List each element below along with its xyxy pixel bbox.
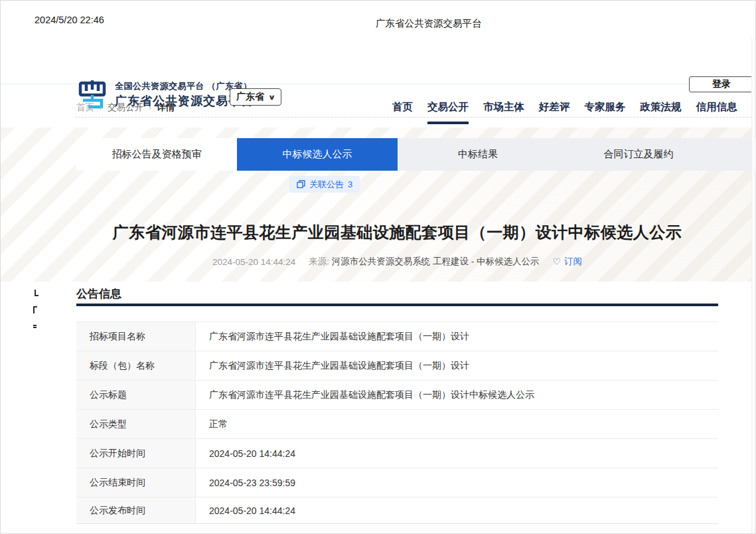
clipped-text-artifact: [33, 306, 37, 313]
row-value: 正常: [196, 410, 718, 438]
breadcrumb: 首页 › 交易公开 › 详情: [76, 102, 175, 114]
table-row: 公示发布时间 2024-05-20 14:44:24: [76, 497, 718, 524]
row-label: 公示发布时间: [76, 497, 196, 523]
login-button[interactable]: 登录: [689, 76, 754, 92]
page: { "print_header": { "datetime": "2024/5/…: [0, 0, 756, 534]
publish-time: 2024-05-20 14:44:24: [212, 257, 295, 267]
row-value: 广东省河源市连平县花生产业园基础设施配套项目（一期）设计: [196, 351, 718, 380]
breadcrumb-separator: ›: [149, 103, 151, 112]
site-header: 全国公共资源交易平台 （广东省） 广东省公共资源交易平台 广东省 ∨ 登录 首页…: [1, 37, 755, 84]
row-value: 2024-05-20 14:44:24: [196, 439, 718, 468]
nav-item-home[interactable]: 首页: [392, 100, 413, 124]
row-value: 广东省河源市连平县花生产业园基础设施配套项目（一期）设计: [196, 322, 718, 351]
section-title-announcement-info: 公告信息: [76, 286, 121, 302]
tab-contract[interactable]: 合同订立及履约: [558, 138, 719, 171]
nav-item-rating[interactable]: 好差评: [539, 100, 570, 124]
section-title-underline: [76, 304, 718, 306]
table-row: 标段（包）名称 广东省河源市连平县花生产业园基础设施配套项目（一期）设计: [76, 351, 718, 381]
clipped-text-artifact: [33, 325, 37, 328]
tab-winning-result[interactable]: 中标结果: [398, 138, 558, 171]
announcement-meta: 2024-05-20 14:44:24 来源: 河源市公共资源交易系统 工程建设…: [76, 256, 718, 268]
nav-item-policy[interactable]: 政策法规: [641, 100, 682, 124]
breadcrumb-home[interactable]: 首页: [76, 102, 94, 114]
breadcrumb-separator: ›: [100, 103, 102, 112]
table-row: 公示开始时间 2024-05-20 14:44:24: [76, 439, 718, 468]
row-label: 标段（包）名称: [76, 351, 196, 380]
dashed-divider: [75, 117, 755, 118]
row-label: 招标项目名称: [76, 322, 196, 351]
row-value: 2024-05-20 14:44:24: [196, 497, 718, 523]
main-nav: 首页 交易公开 市场主体 好差评 专家服务 政策法规 信用信息: [392, 100, 753, 124]
subscribe-button[interactable]: ♡ 订阅: [553, 256, 583, 268]
announcement-title: 广东省河源市连平县花生产业园基础设施配套项目（一期）设计中标候选人公示: [76, 222, 718, 243]
tab-winner-candidate[interactable]: 中标候选人公示: [237, 138, 398, 171]
print-page-title: 广东省公共资源交易平台: [376, 17, 482, 30]
row-value: 2024-05-23 23:59:59: [196, 468, 718, 497]
nav-item-trade-public[interactable]: 交易公开: [427, 100, 469, 124]
source-label: 来源:: [309, 256, 329, 266]
subscribe-label: 订阅: [564, 256, 582, 268]
clipped-text-artifact: [35, 290, 38, 296]
table-row: 公示结束时间 2024-05-23 23:59:59: [76, 468, 718, 497]
tab-tender-announcement[interactable]: 招标公告及资格预审: [76, 138, 237, 171]
table-row: 招标项目名称 广东省河源市连平县花生产业园基础设施配套项目（一期）设计: [76, 322, 718, 351]
table-row: 公示标题 广东省河源市连平县花生产业园基础设施配套项目（一期）设计中标候选人公示: [76, 381, 718, 410]
row-label: 公示类型: [76, 410, 196, 438]
region-selector[interactable]: 广东省 ∨: [230, 88, 281, 106]
stage-tabs: 招标公告及资格预审 中标候选人公示 中标结果 合同订立及履约: [76, 138, 756, 171]
source-value: 河源市公共资源交易系统 工程建设 - 中标候选人公示: [332, 256, 540, 266]
region-selector-label: 广东省: [236, 91, 264, 103]
print-datetime: 2024/5/20 22:46: [35, 15, 104, 25]
row-value: 广东省河源市连平县花生产业园基础设施配套项目（一期）设计中标候选人公示: [196, 381, 718, 409]
chevron-down-icon: ∨: [268, 93, 276, 102]
heart-icon: ♡: [553, 256, 562, 267]
nav-item-expert[interactable]: 专家服务: [585, 100, 626, 124]
row-label: 公示开始时间: [76, 439, 196, 468]
row-label: 公示结束时间: [76, 468, 196, 497]
source: 来源: 河源市公共资源交易系统 工程建设 - 中标候选人公示: [309, 256, 539, 268]
announcement-info-table: 招标项目名称 广东省河源市连平县花生产业园基础设施配套项目（一期）设计 标段（包…: [76, 321, 718, 524]
row-label: 公示标题: [76, 381, 196, 409]
related-announcements-link[interactable]: 关联公告 3: [289, 176, 360, 193]
table-row: 公示类型 正常: [76, 410, 718, 439]
page-right-gutter: [751, 37, 755, 533]
related-docs-icon: [297, 180, 305, 189]
related-announcements-count: 3: [348, 179, 352, 189]
breadcrumb-trade-public[interactable]: 交易公开: [108, 102, 143, 114]
nav-item-credit[interactable]: 信用信息: [696, 100, 737, 124]
related-announcements-label: 关联公告: [309, 179, 344, 191]
breadcrumb-detail: 详情: [157, 102, 175, 114]
nav-item-market-entity[interactable]: 市场主体: [483, 100, 524, 124]
